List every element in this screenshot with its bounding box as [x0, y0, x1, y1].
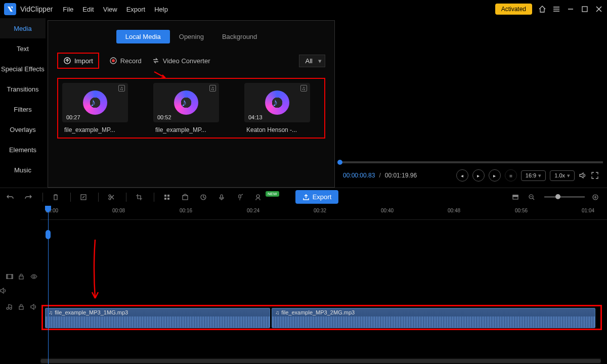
thumbnail-toggle[interactable] — [512, 194, 521, 201]
tab-background[interactable]: Background — [213, 30, 266, 43]
svg-rect-23 — [19, 276, 23, 279]
close-icon[interactable] — [595, 5, 603, 13]
sidebar-item-media[interactable]: Media — [0, 18, 46, 38]
menu-edit[interactable]: Edit — [82, 6, 94, 13]
audio-file-icon: ♫ — [49, 309, 53, 315]
timeline: 00:00 00:08 00:16 00:24 00:32 00:40 00:4… — [0, 206, 607, 364]
maximize-icon[interactable] — [581, 5, 589, 13]
audio-indicator-icon: ♫ — [209, 85, 216, 92]
svg-point-24 — [33, 276, 35, 278]
time-current: 00:00:00.83 — [343, 172, 375, 179]
menu-file[interactable]: File — [63, 6, 73, 13]
video-converter-button[interactable]: Video Converter — [152, 57, 210, 65]
sidebar-item-text[interactable]: Text — [0, 38, 46, 59]
menu-view[interactable]: View — [103, 6, 117, 13]
ruler-tick: 00:40 — [381, 208, 394, 213]
timeline-ruler[interactable]: 00:00 00:08 00:16 00:24 00:32 00:40 00:4… — [40, 206, 607, 220]
fullscreen-icon[interactable] — [591, 171, 599, 179]
activated-badge[interactable]: Activated — [495, 4, 532, 15]
media-thumbnail: ♪ ♫ 00:52 — [153, 83, 219, 122]
zoom-slider[interactable] — [544, 196, 585, 198]
horizontal-scrollbar[interactable] — [40, 358, 601, 364]
svg-rect-21 — [7, 275, 8, 279]
undo-button[interactable] — [6, 193, 15, 201]
volume-icon[interactable] — [579, 171, 587, 179]
menu-help[interactable]: Help — [154, 6, 168, 13]
next-frame-button[interactable]: ▸ — [489, 169, 501, 181]
mute-icon[interactable] — [30, 304, 37, 310]
svg-rect-10 — [167, 198, 169, 200]
voice-tool[interactable] — [218, 194, 227, 201]
tts-tool[interactable] — [236, 194, 245, 201]
export-button[interactable]: Export — [295, 190, 339, 204]
media-item[interactable]: ♪ ♫ 04:13 Keaton Henson -... — [244, 83, 310, 133]
music-icon: ♪ — [265, 90, 289, 115]
preview-scrubber[interactable] — [339, 161, 603, 163]
redo-button[interactable] — [24, 193, 33, 201]
sidebar-item-elements[interactable]: Elements — [0, 140, 46, 160]
play-button[interactable]: ▸ — [472, 169, 485, 181]
new-badge: NEW — [266, 191, 279, 197]
prev-frame-button[interactable]: ◂ — [456, 169, 468, 181]
tab-opening[interactable]: Opening — [170, 30, 213, 43]
hamburger-icon[interactable] — [552, 5, 560, 13]
preview-viewport[interactable] — [337, 20, 605, 161]
record-button[interactable]: Record — [109, 57, 142, 65]
sidebar-item-music[interactable]: Music — [0, 160, 46, 180]
ruler-tick: 00:24 — [247, 208, 259, 213]
sidebar-item-overlays[interactable]: Overlays — [0, 119, 46, 140]
svg-rect-22 — [12, 275, 13, 279]
zoom-tool[interactable] — [182, 194, 191, 201]
lock-icon[interactable] — [18, 274, 24, 280]
clip-label: ♫ file_example_MP3_1MG.mp3 — [49, 309, 128, 315]
sidebar-item-special-effects[interactable]: Special Effects — [0, 59, 46, 79]
media-filename: file_example_MP... — [153, 126, 219, 133]
sidebar-item-transitions[interactable]: Transitions — [0, 79, 46, 99]
ai-tool[interactable] — [254, 194, 264, 201]
audio-track[interactable]: ♫ file_example_MP3_1MG.mp3 ♫ file_exampl… — [41, 305, 602, 330]
svg-rect-14 — [239, 195, 241, 198]
mosaic-tool[interactable] — [163, 194, 172, 201]
media-item[interactable]: ♪ ♫ 00:27 file_example_MP... — [62, 83, 128, 133]
speed-tool[interactable] — [200, 194, 209, 201]
minimize-icon[interactable] — [567, 5, 575, 13]
scrollbar-thumb[interactable] — [40, 359, 601, 363]
arrow-annotation — [91, 238, 101, 303]
split-tool[interactable] — [108, 194, 117, 201]
mute-icon[interactable] — [0, 288, 40, 294]
media-thumbnail: ♪ ♫ 04:13 — [244, 83, 310, 122]
stop-button[interactable]: ■ — [505, 169, 517, 181]
audio-clip[interactable]: ♫ file_example_MP3_2MG.mp3 — [272, 308, 595, 328]
app-name: VidClipper — [20, 5, 53, 13]
converter-label: Video Converter — [163, 57, 210, 65]
media-tabs: Local Media Opening Background — [57, 30, 325, 43]
audio-file-icon: ♫ — [275, 309, 279, 315]
menu-export[interactable]: Export — [126, 6, 146, 13]
media-item[interactable]: ♪ ♫ 00:52 file_example_MP... — [153, 83, 219, 133]
audio-clip[interactable]: ♫ file_example_MP3_1MG.mp3 — [45, 308, 270, 328]
aspect-ratio-dropdown[interactable]: 16:9 ▾ — [521, 170, 546, 181]
playhead-line — [48, 206, 49, 364]
zoom-in-button[interactable] — [592, 194, 601, 201]
lock-icon[interactable] — [18, 304, 24, 310]
audio-track-icon[interactable] — [6, 303, 13, 310]
home-icon[interactable] — [538, 5, 546, 13]
crop-tool[interactable] — [136, 194, 145, 201]
speed-dropdown[interactable]: 1.0x ▾ — [550, 170, 575, 181]
visibility-icon[interactable] — [30, 274, 37, 280]
tab-local-media[interactable]: Local Media — [116, 30, 170, 43]
delete-button[interactable] — [52, 194, 61, 201]
time-total: 00:01:19.96 — [385, 172, 417, 179]
main-area: Media Text Special Effects Transitions F… — [0, 18, 607, 188]
zoom-handle[interactable] — [555, 194, 560, 199]
record-icon — [109, 57, 117, 65]
timeline-marker[interactable] — [46, 230, 51, 239]
scrub-handle[interactable] — [337, 160, 342, 165]
video-track-icon[interactable] — [6, 273, 13, 280]
edit-tool[interactable] — [80, 194, 89, 201]
menu-bar: File Edit View Export Help — [63, 6, 168, 13]
filter-dropdown[interactable]: All — [299, 55, 325, 67]
zoom-out-button[interactable] — [528, 194, 537, 201]
sidebar-item-filters[interactable]: Filters — [0, 99, 46, 119]
import-button[interactable]: Import — [57, 53, 99, 69]
